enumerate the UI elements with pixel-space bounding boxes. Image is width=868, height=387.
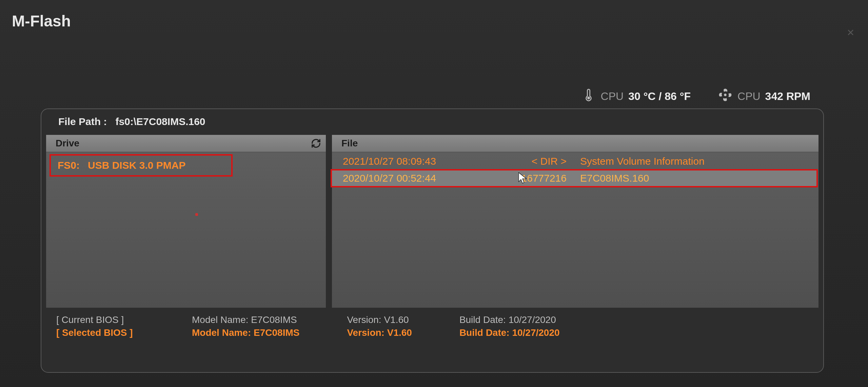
current-model: Model Name: E7C08IMS	[192, 314, 299, 325]
file-item[interactable]: 2020/10/27 00:52:44 16777216 E7C08IMS.16…	[332, 170, 816, 186]
drive-item[interactable]: FS0: USB DISK 3.0 PMAP	[50, 154, 233, 177]
fan-icon	[718, 87, 733, 105]
selected-model: Model Name: E7C08IMS	[192, 327, 299, 338]
file-size: < DIR >	[499, 156, 580, 167]
file-path: File Path : fs0:\E7C08IMS.160	[58, 116, 818, 127]
cpu-temp-stat: CPU 30 °C / 86 °F	[581, 87, 691, 105]
file-date: 2020/10/27 00:52:44	[343, 172, 499, 184]
drive-id: FS0:	[58, 160, 80, 171]
file-name: System Volume Information	[580, 156, 808, 167]
cpu-fan-value: 342 RPM	[765, 90, 810, 103]
drive-pane: Drive FS0: USB DISK 3.0 PMAP	[46, 135, 326, 308]
drive-name: USB DISK 3.0 PMAP	[88, 160, 185, 171]
file-item[interactable]: 2021/10/27 08:09:43 < DIR > System Volum…	[332, 154, 818, 169]
cpu-temp-label: CPU	[601, 90, 624, 103]
file-path-value: fs0:\E7C08IMS.160	[115, 116, 205, 127]
app-title: M-Flash	[12, 12, 71, 30]
status-bar: CPU 30 °C / 86 °F CPU 342 RPM	[581, 87, 810, 105]
svg-point-1	[724, 94, 726, 96]
current-version: Version: V1.60	[347, 314, 412, 325]
drive-header: Drive	[46, 135, 326, 152]
file-pane: File 2021/10/27 08:09:43 < DIR > System …	[332, 135, 818, 308]
cpu-fan-stat: CPU 342 RPM	[718, 87, 810, 105]
cpu-fan-label: CPU	[737, 90, 761, 103]
file-browser: Drive FS0: USB DISK 3.0 PMAP	[46, 135, 818, 308]
refresh-button[interactable]	[310, 138, 322, 149]
close-icon[interactable]: ✕	[847, 27, 854, 38]
main-panel: File Path : fs0:\E7C08IMS.160 Drive FS	[41, 108, 824, 373]
bios-info-footer: [ Current BIOS ] [ Selected BIOS ] Model…	[46, 314, 818, 338]
thermometer-icon	[581, 87, 596, 105]
selected-bios-label: [ Selected BIOS ]	[56, 327, 144, 338]
drive-header-label: Drive	[56, 138, 79, 149]
file-list[interactable]: 2021/10/27 08:09:43 < DIR > System Volum…	[332, 152, 818, 308]
file-date: 2021/10/27 08:09:43	[343, 156, 499, 167]
file-size: 16777216	[499, 172, 580, 184]
file-item-selected-highlight: 2020/10/27 00:52:44 16777216 E7C08IMS.16…	[331, 169, 818, 187]
selected-version: Version: V1.60	[347, 327, 412, 338]
current-build: Build Date: 10/27/2020	[459, 314, 560, 325]
indicator-dot	[195, 213, 198, 216]
file-name: E7C08IMS.160	[580, 172, 806, 184]
file-header-label: File	[341, 138, 358, 149]
current-bios-label: [ Current BIOS ]	[56, 314, 144, 325]
cpu-temp-value: 30 °C / 86 °F	[628, 90, 691, 103]
file-path-label: File Path :	[58, 116, 107, 127]
file-header: File	[332, 135, 818, 152]
selected-build: Build Date: 10/27/2020	[459, 327, 560, 338]
drive-list[interactable]: FS0: USB DISK 3.0 PMAP	[46, 152, 326, 308]
svg-point-0	[588, 97, 590, 99]
